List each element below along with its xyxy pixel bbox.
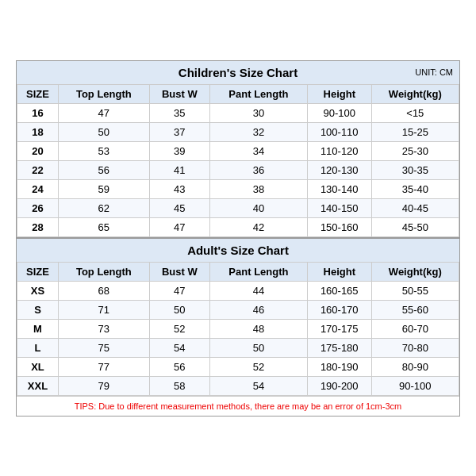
tips-row: TIPS: Due to different measurement metho… xyxy=(17,396,459,416)
table-cell: 55-60 xyxy=(371,300,459,319)
table-cell: 56 xyxy=(149,357,209,376)
adult-title-row: Adult's Size Chart xyxy=(17,237,459,262)
table-row: XS684744160-16550-55 xyxy=(17,281,459,300)
adult-col-weight: Weight(kg) xyxy=(371,262,459,281)
table-cell: 30 xyxy=(210,103,308,122)
chart-container: Children's Size Chart UNIT: CM SIZE Top … xyxy=(16,60,460,416)
table-cell: 40-45 xyxy=(371,198,459,217)
table-cell: 38 xyxy=(210,179,308,198)
table-cell: 160-165 xyxy=(307,281,371,300)
children-title-row: Children's Size Chart UNIT: CM xyxy=(17,61,459,84)
adult-table: SIZE Top Length Bust W Pant Length Heigh… xyxy=(17,262,459,396)
table-cell: 42 xyxy=(210,217,308,236)
table-row: 20533934110-12025-30 xyxy=(17,141,459,160)
table-row: S715046160-17055-60 xyxy=(17,300,459,319)
table-cell: 71 xyxy=(58,300,149,319)
table-cell: 54 xyxy=(149,338,209,357)
table-cell: 20 xyxy=(17,141,59,160)
adult-col-pantlength: Pant Length xyxy=(210,262,308,281)
table-cell: 70-80 xyxy=(371,338,459,357)
children-title: Children's Size Chart xyxy=(178,66,298,79)
table-cell: S xyxy=(17,300,59,319)
table-cell: 62 xyxy=(58,198,149,217)
table-cell: 75 xyxy=(58,338,149,357)
table-cell: 50 xyxy=(210,338,308,357)
table-row: 28654742150-16045-50 xyxy=(17,217,459,236)
table-cell: 39 xyxy=(149,141,209,160)
table-cell: 160-170 xyxy=(307,300,371,319)
table-cell: 18 xyxy=(17,122,59,141)
table-cell: 90-100 xyxy=(371,376,459,395)
table-cell: 47 xyxy=(149,217,209,236)
table-row: XXL795854190-20090-100 xyxy=(17,376,459,395)
table-row: 22564136120-13030-35 xyxy=(17,160,459,179)
children-col-toplength: Top Length xyxy=(58,84,149,103)
children-col-size: SIZE xyxy=(17,84,59,103)
table-cell: 50-55 xyxy=(371,281,459,300)
table-cell: 30-35 xyxy=(371,160,459,179)
table-cell: 45 xyxy=(149,198,209,217)
table-cell: XS xyxy=(17,281,59,300)
table-cell: 190-200 xyxy=(307,376,371,395)
table-row: M735248170-17560-70 xyxy=(17,319,459,338)
table-cell: XL xyxy=(17,357,59,376)
table-cell: 50 xyxy=(58,122,149,141)
table-cell: 36 xyxy=(210,160,308,179)
table-cell: 59 xyxy=(58,179,149,198)
table-cell: 26 xyxy=(17,198,59,217)
table-cell: 41 xyxy=(149,160,209,179)
table-cell: 170-175 xyxy=(307,319,371,338)
table-cell: 35 xyxy=(149,103,209,122)
table-cell: 68 xyxy=(58,281,149,300)
table-cell: L xyxy=(17,338,59,357)
table-cell: 54 xyxy=(210,376,308,395)
adult-header-row: SIZE Top Length Bust W Pant Length Heigh… xyxy=(17,262,459,281)
table-cell: 56 xyxy=(58,160,149,179)
table-cell: 52 xyxy=(149,319,209,338)
table-cell: 40 xyxy=(210,198,308,217)
table-cell: 60-70 xyxy=(371,319,459,338)
table-cell: 44 xyxy=(210,281,308,300)
table-cell: 48 xyxy=(210,319,308,338)
table-cell: 47 xyxy=(149,281,209,300)
table-cell: 46 xyxy=(210,300,308,319)
table-cell: 100-110 xyxy=(307,122,371,141)
table-cell: <15 xyxy=(371,103,459,122)
table-cell: 24 xyxy=(17,179,59,198)
table-cell: 22 xyxy=(17,160,59,179)
adult-col-height: Height xyxy=(307,262,371,281)
table-cell: 130-140 xyxy=(307,179,371,198)
table-cell: 80-90 xyxy=(371,357,459,376)
adult-col-toplength: Top Length xyxy=(58,262,149,281)
table-cell: 180-190 xyxy=(307,357,371,376)
unit-label: UNIT: CM xyxy=(415,67,453,77)
table-cell: 25-30 xyxy=(371,141,459,160)
table-cell: 28 xyxy=(17,217,59,236)
table-cell: 52 xyxy=(210,357,308,376)
table-row: 24594338130-14035-40 xyxy=(17,179,459,198)
children-col-bustw: Bust W xyxy=(149,84,209,103)
adult-col-bustw: Bust W xyxy=(149,262,209,281)
children-col-weight: Weight(kg) xyxy=(371,84,459,103)
table-cell: XXL xyxy=(17,376,59,395)
table-cell: 77 xyxy=(58,357,149,376)
table-cell: 90-100 xyxy=(307,103,371,122)
adult-title: Adult's Size Chart xyxy=(187,244,289,257)
table-cell: 150-160 xyxy=(307,217,371,236)
table-cell: 34 xyxy=(210,141,308,160)
table-cell: M xyxy=(17,319,59,338)
children-table: SIZE Top Length Bust W Pant Length Heigh… xyxy=(17,84,459,237)
children-col-height: Height xyxy=(307,84,371,103)
table-cell: 140-150 xyxy=(307,198,371,217)
table-cell: 58 xyxy=(149,376,209,395)
children-header-row: SIZE Top Length Bust W Pant Length Heigh… xyxy=(17,84,459,103)
table-cell: 120-130 xyxy=(307,160,371,179)
table-row: XL775652180-19080-90 xyxy=(17,357,459,376)
table-cell: 65 xyxy=(58,217,149,236)
table-cell: 37 xyxy=(149,122,209,141)
table-cell: 45-50 xyxy=(371,217,459,236)
table-row: 18503732100-11015-25 xyxy=(17,122,459,141)
children-col-pantlength: Pant Length xyxy=(210,84,308,103)
table-cell: 110-120 xyxy=(307,141,371,160)
table-cell: 43 xyxy=(149,179,209,198)
